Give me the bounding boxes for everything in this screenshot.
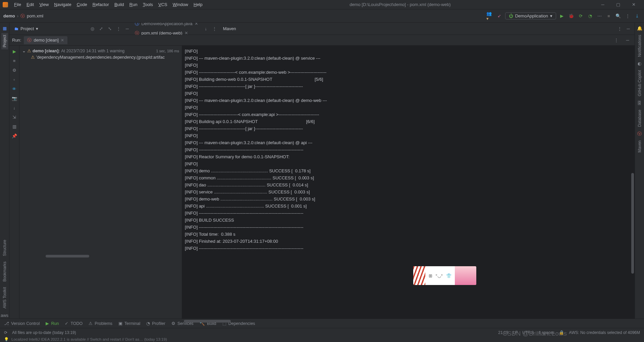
guests-icon[interactable]: 👥▾ xyxy=(486,12,494,20)
kebab-icon[interactable]: ⋮ xyxy=(624,12,631,20)
bottom-profiler[interactable]: ◔Profiler xyxy=(146,321,165,326)
menu-help[interactable]: Help xyxy=(191,1,205,8)
maven-icon[interactable]: ⓥ xyxy=(636,130,643,137)
minimize-panel-icon[interactable]: ─ xyxy=(123,25,131,33)
search-icon[interactable]: 🔍 xyxy=(614,12,622,20)
run-tree[interactable]: ⌄ ⚠ demo [clean]: At 2023/7/20 14:31 wit… xyxy=(19,46,182,319)
settings-icon[interactable]: ⚙ xyxy=(11,66,18,74)
tree-warn: ⚠ 'dependencyManagement.dependencies.dep… xyxy=(21,54,180,60)
menu-code[interactable]: Code xyxy=(74,1,90,8)
grid-icon[interactable]: ⊞ xyxy=(429,273,432,278)
close-icon[interactable]: ✕ xyxy=(61,38,64,43)
tree-scrollbar-thumb[interactable] xyxy=(46,255,89,258)
status-sync-icon[interactable]: ⟳ xyxy=(4,330,7,335)
console-scrollbar[interactable] xyxy=(631,173,634,274)
run-label: Run: xyxy=(12,38,21,43)
menu-view[interactable]: View xyxy=(37,1,51,8)
editor-tab[interactable]: ⒿDemoWebApplication.java✕ xyxy=(131,23,201,29)
status-aws[interactable]: AWS: No credentials selected of 4096M xyxy=(569,330,640,335)
target-icon[interactable]: ◎ xyxy=(89,25,96,33)
collapse-icon[interactable]: ⤡ xyxy=(106,25,113,33)
maven-file-icon: ⓥ xyxy=(20,13,25,19)
debug-button[interactable]: 🐞 xyxy=(568,12,575,20)
pin-icon[interactable]: 📌 xyxy=(11,132,18,139)
status-message: All files are up-to-date (today 13:19) xyxy=(12,330,76,335)
export-icon[interactable]: ⇲ xyxy=(11,113,18,121)
maven-file-icon: ⓥ xyxy=(27,37,32,43)
menu-navigate[interactable]: Navigate xyxy=(51,1,74,8)
project-icon[interactable]: ▦ xyxy=(1,25,8,32)
stop-button[interactable]: ■ xyxy=(605,12,612,20)
down-icon[interactable]: ↓ xyxy=(11,104,18,111)
profile-button[interactable]: ◔ xyxy=(586,12,594,20)
shirt-icon[interactable]: 👕 xyxy=(446,273,451,278)
run-tab[interactable]: ⓥ demo [clean] ✕ xyxy=(24,36,67,44)
tab-scroll-icon[interactable]: ↓ xyxy=(202,25,210,33)
breadcrumb[interactable]: demo › ⓥ pom.xml xyxy=(3,13,43,19)
bottom-todo[interactable]: ✓TODO xyxy=(65,321,83,326)
bottom-run[interactable]: ▶Run xyxy=(46,321,59,326)
vtab-bookmarks[interactable]: Bookmarks xyxy=(1,260,8,284)
console-h-scrollbar[interactable] xyxy=(184,320,231,323)
tab-kebab-icon[interactable]: ⋮ xyxy=(211,25,218,33)
bottom-problems[interactable]: ⚠Problems xyxy=(89,321,112,326)
chevron-down-icon[interactable]: ⌄ xyxy=(22,48,26,53)
vtab-aws[interactable]: AWS Toolkit xyxy=(1,285,8,310)
java-file-icon: Ⓙ xyxy=(135,23,139,27)
desktop-pet-widget[interactable]: ⊞ °◡° 👕 xyxy=(413,266,476,285)
layout-icon[interactable]: ▥ xyxy=(11,123,18,130)
step-icon[interactable]: ⤓ xyxy=(633,12,641,20)
compass-icon[interactable]: ➶ xyxy=(496,12,503,20)
window-title: demo [D:\LouisProject\demo] - pom.xml (d… xyxy=(205,2,595,7)
menu-vcs[interactable]: VCS xyxy=(156,1,170,8)
menu-file[interactable]: File xyxy=(11,1,24,8)
vtab-structure[interactable]: Structure xyxy=(1,238,8,258)
camera-icon[interactable]: 📷 xyxy=(11,95,18,102)
stop-action[interactable]: ≡ xyxy=(11,57,18,64)
rerun-button[interactable]: ▶ xyxy=(11,48,18,55)
close-icon[interactable]: ✕ xyxy=(195,23,198,26)
vtab-copilot[interactable]: GitHub Copilot xyxy=(636,68,643,98)
run-kebab-icon[interactable]: ⋮ xyxy=(612,37,620,44)
filter-icon[interactable]: ▫ xyxy=(11,76,18,83)
menu-refactor[interactable]: Refactor xyxy=(90,1,112,8)
menu-window[interactable]: Window xyxy=(170,1,191,8)
vtab-database[interactable]: Database xyxy=(636,108,643,129)
console-output[interactable]: [INFO] [INFO] --- maven-clean-plugin:3.2… xyxy=(182,46,635,319)
menu-build[interactable]: Build xyxy=(112,1,127,8)
run-coverage-button[interactable]: ⟳ xyxy=(577,12,584,20)
power-icon: ⏻ xyxy=(509,13,513,18)
maven-header[interactable]: Maven xyxy=(219,25,240,33)
project-view-label: Project xyxy=(20,26,34,31)
tree-root-prefix: demo [clean]: xyxy=(33,49,60,53)
face-icon[interactable]: °◡° xyxy=(436,273,443,278)
kebab-icon[interactable]: ⋮ xyxy=(115,25,122,33)
menu-edit[interactable]: Edit xyxy=(24,1,37,8)
panel-kebab-icon[interactable]: ⋮ xyxy=(616,25,623,33)
bottom-terminal[interactable]: ▣Terminal xyxy=(118,321,140,326)
close-button[interactable]: ✕ xyxy=(626,0,641,9)
menu-tools[interactable]: Tools xyxy=(140,1,156,8)
show-icon[interactable]: 👁 xyxy=(11,85,18,93)
copilot-icon[interactable]: ◐ xyxy=(636,60,643,67)
run-button[interactable]: ▶ xyxy=(558,12,566,20)
bottom-version-control[interactable]: ⎇Version Control xyxy=(4,321,40,326)
vtab-notifications[interactable]: Notifications xyxy=(636,33,643,59)
more-run-icon[interactable]: ⋯ xyxy=(596,12,603,20)
notification-text[interactable]: Localized IntelliJ IDEA 2022.2.1 is avai… xyxy=(11,337,167,341)
panel-min-icon[interactable]: ─ xyxy=(625,25,632,33)
run-tab-label: demo [clean] xyxy=(34,38,58,43)
run-config-selector[interactable]: ⏻ DemoApplication ▾ xyxy=(505,12,556,19)
expand-icon[interactable]: ⤢ xyxy=(97,25,105,33)
menu-run[interactable]: Run xyxy=(127,1,140,8)
vtab-project[interactable]: Project xyxy=(1,33,8,49)
tool-icon: ▶ xyxy=(46,321,49,326)
database-icon[interactable]: 🗄 xyxy=(636,100,643,106)
aws-icon[interactable]: aws xyxy=(1,312,8,319)
maximize-button[interactable]: ▢ xyxy=(610,0,626,9)
notification-icon[interactable]: 🔔 xyxy=(636,25,643,32)
minimize-button[interactable]: ─ xyxy=(595,0,610,9)
vtab-maven[interactable]: Maven xyxy=(636,138,643,155)
run-min-icon[interactable]: ─ xyxy=(624,37,631,44)
project-selector[interactable]: 🖿 Project ▾ xyxy=(11,25,41,33)
